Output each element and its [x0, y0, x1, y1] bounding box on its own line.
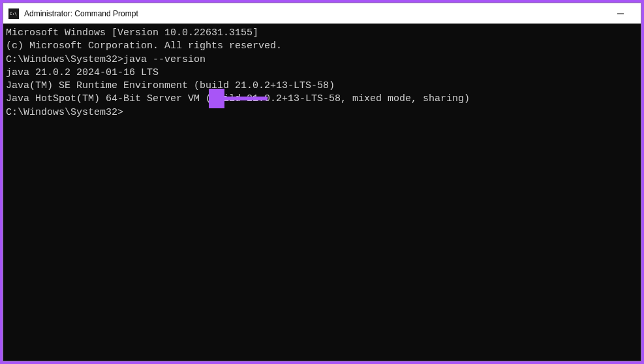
terminal-line: Microsoft Windows [Version 10.0.22631.31… [6, 27, 638, 40]
prompt-line: C:\Windows\System32> [6, 106, 638, 119]
prompt-command-line: C:\Windows\System32>java --version [6, 53, 638, 67]
terminal-line: java 21.0.2 2024-01-16 LTS [6, 67, 638, 80]
svg-text:C:\: C:\ [10, 11, 17, 16]
window-title: Administrator: Command Prompt [24, 9, 606, 18]
cmd-icon: C:\ [8, 8, 19, 19]
terminal-line: Java(TM) SE Runtime Environment (build 2… [6, 80, 638, 93]
command-prompt-window: C:\ Administrator: Command Prompt Micros… [3, 3, 641, 361]
titlebar[interactable]: C:\ Administrator: Command Prompt [3, 3, 641, 24]
minimize-button[interactable] [606, 3, 636, 24]
terminal-output[interactable]: Microsoft Windows [Version 10.0.22631.31… [3, 24, 641, 361]
terminal-line: Java HotSpot(TM) 64-Bit Server VM (build… [6, 93, 638, 106]
terminal-line: (c) Microsoft Corporation. All rights re… [6, 40, 638, 53]
window-controls [606, 3, 636, 24]
